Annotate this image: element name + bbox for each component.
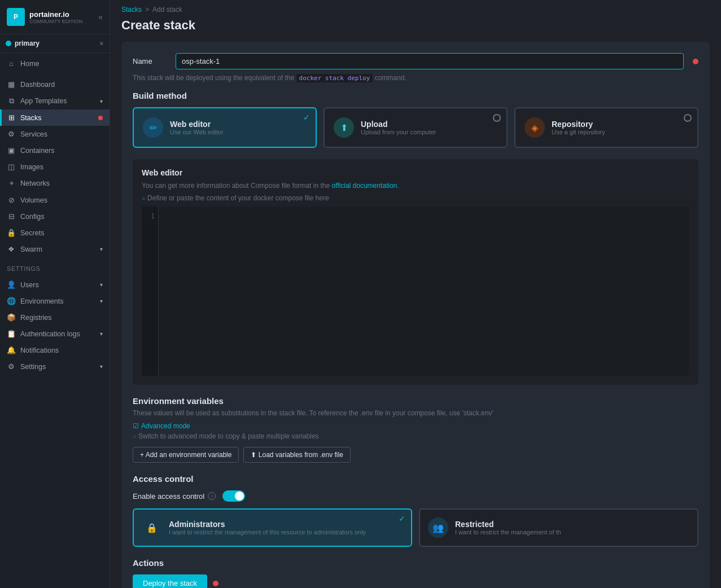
sidebar-item-label-home: Home	[20, 60, 39, 68]
build-method-repository[interactable]: ◈ Repository Use a git repository	[514, 107, 698, 148]
access-control-section: Access control Enable access control i 🔒…	[133, 474, 698, 547]
sidebar-item-stacks[interactable]: ⊞ Stacks	[0, 109, 110, 126]
access-cards-group: 🔒 Administrators I want to restrict the …	[133, 508, 698, 547]
sidebar-item-environments[interactable]: 🌐 Environments ▾	[0, 293, 110, 309]
logo-text-block: portainer.io COMMUNITY EDITION	[29, 10, 82, 24]
breadcrumb-parent[interactable]: Stacks	[121, 6, 142, 14]
sidebar-item-dashboard[interactable]: ▦ Dashboard	[0, 76, 110, 93]
sidebar-item-registries[interactable]: 📦 Registries	[0, 309, 110, 326]
environments-chevron: ▾	[100, 298, 103, 304]
repository-radio	[684, 114, 692, 122]
environment-section: primary ×	[0, 34, 110, 53]
sidebar-item-swarm[interactable]: ❖ Swarm ▾	[0, 241, 110, 257]
editor-placeholder: Define or paste the content of your dock…	[142, 194, 689, 202]
access-control-title: Access control	[133, 474, 698, 484]
collapse-sidebar-button[interactable]: «	[98, 12, 103, 21]
sidebar-item-label-users: Users	[20, 281, 39, 289]
build-method-web-editor[interactable]: ✏ Web editor Use our Web editor ✓	[133, 107, 317, 148]
editor-section-title: Web editor	[142, 168, 689, 177]
sidebar-item-containers[interactable]: ▣ Containers	[0, 142, 110, 159]
sidebar-item-label-configs: Configs	[20, 213, 44, 221]
home-icon: ⌂	[7, 59, 16, 68]
notifications-icon: 🔔	[7, 346, 16, 354]
administrators-text: Administrators I want to restrict the ma…	[169, 520, 366, 536]
sidebar-item-label-registries: Registries	[20, 314, 52, 322]
administrators-title: Administrators	[169, 520, 366, 529]
sidebar-item-configs[interactable]: ⊟ Configs	[0, 208, 110, 225]
upload-title: Upload	[361, 120, 436, 129]
add-env-var-button[interactable]: + Add an environment variable	[133, 447, 239, 463]
build-method-title: Build method	[133, 91, 698, 100]
sidebar-item-networks[interactable]: ⌖ Networks	[0, 175, 110, 192]
editor-help-text: You can get more information about Compo…	[142, 182, 689, 190]
access-control-toggle-row: Enable access control i	[133, 490, 698, 502]
services-icon: ⚙	[7, 130, 16, 138]
line-numbers: 1	[142, 207, 159, 376]
upload-subtitle: Upload from your computer	[361, 129, 436, 135]
sidebar-item-users[interactable]: 👤 Users ▾	[0, 277, 110, 293]
web-editor-icon: ✏	[143, 117, 163, 138]
administrators-icon: 🔒	[142, 517, 162, 538]
build-method-upload[interactable]: ⬆ Upload Upload from your computer	[324, 107, 508, 148]
nav-settings: 👤 Users ▾ 🌐 Environments ▾ 📦 Registries …	[0, 274, 110, 377]
users-icon: 👤	[7, 280, 16, 289]
env-vars-section: Environment variables These values will …	[133, 396, 698, 463]
env-vars-desc: These values will be used as substitutio…	[133, 409, 698, 417]
breadcrumb: Stacks > Add stack	[110, 0, 721, 16]
sidebar-item-auth-logs[interactable]: 📋 Authentication logs ▾	[0, 326, 110, 342]
sidebar-item-label-services: Services	[20, 130, 47, 138]
repository-subtitle: Use a git repository	[552, 129, 605, 135]
settings-divider: Settings	[0, 260, 110, 274]
sidebar-item-notifications[interactable]: 🔔 Notifications	[0, 342, 110, 358]
sidebar-item-volumes[interactable]: ⊘ Volumes	[0, 192, 110, 208]
secrets-icon: 🔒	[7, 229, 16, 237]
deploy-stack-button[interactable]: Deploy the stack	[133, 574, 207, 588]
sidebar-item-label-dashboard: Dashboard	[20, 81, 55, 89]
sidebar-header: P portainer.io COMMUNITY EDITION «	[0, 0, 110, 34]
build-methods-group: ✏ Web editor Use our Web editor ✓ ⬆ Uplo…	[133, 107, 698, 148]
sidebar: P portainer.io COMMUNITY EDITION « prima…	[0, 0, 110, 588]
sidebar-item-settings[interactable]: ⚙ Settings ▾	[0, 358, 110, 375]
administrators-check: ✓	[399, 514, 405, 523]
auth-logs-chevron: ▾	[100, 331, 103, 337]
name-field-row: Name	[133, 53, 698, 69]
code-textarea[interactable]	[159, 207, 689, 376]
access-control-toggle[interactable]	[222, 490, 245, 502]
swarm-icon: ❖	[7, 245, 16, 253]
name-label: Name	[133, 57, 167, 65]
sidebar-item-services[interactable]: ⚙ Services	[0, 126, 110, 142]
official-docs-link[interactable]: official documentation	[331, 182, 397, 190]
sidebar-item-label-images: Images	[20, 163, 43, 171]
env-vars-title: Environment variables	[133, 396, 698, 406]
sidebar-item-label-auth-logs: Authentication logs	[20, 330, 80, 338]
restricted-title: Restricted	[455, 520, 561, 529]
stack-name-input[interactable]	[176, 53, 684, 69]
breadcrumb-current: Add stack	[152, 6, 182, 14]
configs-icon: ⊟	[7, 212, 16, 221]
advanced-mode-link[interactable]: ☑ Advanced mode	[133, 422, 190, 430]
web-editor-subtitle: Use our Web editor	[170, 129, 224, 135]
access-card-restricted[interactable]: 👥 Restricted I want to restrict the mana…	[419, 508, 698, 547]
upload-icon: ⬆	[334, 117, 354, 138]
sidebar-item-label-settings: Settings	[20, 363, 46, 371]
app-templates-chevron: ▾	[100, 98, 103, 104]
access-control-label: Enable access control i	[133, 492, 216, 501]
sidebar-item-label-swarm: Swarm	[20, 245, 42, 253]
access-card-administrators[interactable]: 🔒 Administrators I want to restrict the …	[133, 508, 412, 547]
sidebar-item-images[interactable]: ◫ Images	[0, 159, 110, 175]
deploy-error-dot	[213, 581, 219, 586]
volumes-icon: ⊘	[7, 196, 16, 204]
sidebar-item-app-templates[interactable]: ⧉ App Templates ▾	[0, 93, 110, 109]
toggle-knob	[235, 492, 244, 501]
sidebar-item-secrets[interactable]: 🔒 Secrets	[0, 225, 110, 241]
env-buttons-row: + Add an environment variable ⬆ Load var…	[133, 447, 698, 463]
env-close-button[interactable]: ×	[99, 39, 104, 48]
logo-sub: COMMUNITY EDITION	[29, 19, 82, 24]
load-env-file-button[interactable]: ⬆ Load variables from .env file	[243, 447, 350, 463]
sidebar-item-home[interactable]: ⌂ Home	[0, 55, 110, 72]
helper-text: This stack will be deployed using the eq…	[133, 74, 698, 82]
repository-text: Repository Use a git repository	[552, 120, 605, 135]
restricted-icon: 👥	[428, 517, 448, 538]
images-icon: ◫	[7, 163, 16, 171]
toggle-slider	[222, 490, 245, 502]
